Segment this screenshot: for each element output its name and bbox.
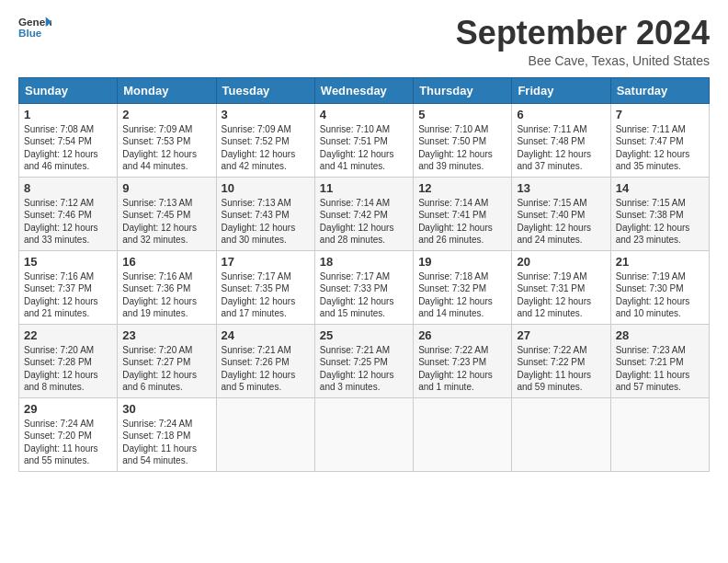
calendar-cell: 14Sunrise: 7:15 AMSunset: 7:38 PMDayligh…	[610, 177, 709, 250]
weekday-header-tuesday: Tuesday	[216, 77, 314, 103]
day-number: 11	[320, 181, 408, 195]
day-info: Sunrise: 7:13 AMSunset: 7:45 PMDaylight:…	[122, 197, 210, 247]
day-number: 28	[616, 328, 704, 342]
weekday-header-sunday: Sunday	[19, 77, 118, 103]
calendar-week-row: 22Sunrise: 7:20 AMSunset: 7:28 PMDayligh…	[19, 324, 710, 397]
day-info: Sunrise: 7:09 AMSunset: 7:52 PMDaylight:…	[222, 123, 310, 173]
day-info: Sunrise: 7:11 AMSunset: 7:47 PMDaylight:…	[616, 123, 704, 173]
calendar-cell: 1Sunrise: 7:08 AMSunset: 7:54 PMDaylight…	[19, 103, 118, 177]
title-section: September 2024 Bee Cave, Texas, United S…	[456, 15, 710, 68]
day-info: Sunrise: 7:20 AMSunset: 7:27 PMDaylight:…	[122, 344, 210, 394]
day-info: Sunrise: 7:18 AMSunset: 7:32 PMDaylight:…	[418, 270, 506, 320]
calendar-cell: 27Sunrise: 7:22 AMSunset: 7:22 PMDayligh…	[512, 324, 610, 397]
day-info: Sunrise: 7:24 AMSunset: 7:18 PMDaylight:…	[122, 418, 210, 467]
day-number: 4	[320, 108, 408, 121]
day-number: 5	[418, 108, 506, 121]
calendar-cell: 5Sunrise: 7:10 AMSunset: 7:50 PMDaylight…	[414, 103, 512, 177]
weekday-header-row: SundayMondayTuesdayWednesdayThursdayFrid…	[19, 77, 710, 103]
day-info: Sunrise: 7:23 AMSunset: 7:21 PMDaylight:…	[616, 344, 704, 394]
calendar-cell: 23Sunrise: 7:20 AMSunset: 7:27 PMDayligh…	[118, 324, 216, 397]
calendar-cell: 16Sunrise: 7:16 AMSunset: 7:36 PMDayligh…	[118, 250, 216, 324]
day-info: Sunrise: 7:22 AMSunset: 7:22 PMDaylight:…	[517, 344, 605, 394]
weekday-header-friday: Friday	[512, 77, 610, 103]
day-info: Sunrise: 7:21 AMSunset: 7:25 PMDaylight:…	[320, 344, 408, 394]
day-number: 2	[122, 108, 210, 121]
day-info: Sunrise: 7:09 AMSunset: 7:53 PMDaylight:…	[122, 123, 210, 173]
day-number: 27	[517, 328, 605, 342]
day-info: Sunrise: 7:19 AMSunset: 7:31 PMDaylight:…	[517, 270, 605, 320]
calendar-cell: 6Sunrise: 7:11 AMSunset: 7:48 PMDaylight…	[512, 103, 610, 177]
day-number: 15	[24, 255, 112, 269]
calendar-cell	[512, 397, 610, 471]
calendar-cell: 17Sunrise: 7:17 AMSunset: 7:35 PMDayligh…	[216, 250, 314, 324]
calendar-cell	[414, 397, 512, 471]
calendar-cell: 18Sunrise: 7:17 AMSunset: 7:33 PMDayligh…	[314, 250, 413, 324]
day-info: Sunrise: 7:19 AMSunset: 7:30 PMDaylight:…	[616, 270, 704, 320]
day-number: 3	[222, 108, 310, 121]
day-info: Sunrise: 7:11 AMSunset: 7:48 PMDaylight:…	[517, 123, 605, 173]
day-number: 24	[222, 328, 310, 342]
day-number: 16	[122, 255, 210, 269]
calendar-body: 1Sunrise: 7:08 AMSunset: 7:54 PMDaylight…	[19, 103, 710, 471]
day-info: Sunrise: 7:24 AMSunset: 7:20 PMDaylight:…	[24, 418, 112, 467]
day-info: Sunrise: 7:17 AMSunset: 7:35 PMDaylight:…	[222, 270, 310, 320]
day-number: 18	[320, 255, 408, 269]
day-info: Sunrise: 7:16 AMSunset: 7:37 PMDaylight:…	[24, 270, 112, 320]
calendar-cell	[216, 397, 314, 471]
calendar-cell: 24Sunrise: 7:21 AMSunset: 7:26 PMDayligh…	[216, 324, 314, 397]
day-info: Sunrise: 7:15 AMSunset: 7:40 PMDaylight:…	[517, 197, 605, 247]
svg-text:Blue: Blue	[18, 27, 42, 39]
day-number: 30	[122, 402, 210, 416]
calendar-cell: 25Sunrise: 7:21 AMSunset: 7:25 PMDayligh…	[314, 324, 413, 397]
day-info: Sunrise: 7:13 AMSunset: 7:43 PMDaylight:…	[222, 197, 310, 247]
calendar-week-row: 8Sunrise: 7:12 AMSunset: 7:46 PMDaylight…	[19, 177, 710, 250]
day-info: Sunrise: 7:17 AMSunset: 7:33 PMDaylight:…	[320, 270, 408, 320]
logo-icon: General Blue	[18, 15, 51, 40]
day-info: Sunrise: 7:10 AMSunset: 7:51 PMDaylight:…	[320, 123, 408, 173]
calendar-cell	[314, 397, 413, 471]
day-number: 6	[517, 108, 605, 121]
day-number: 12	[418, 181, 506, 195]
calendar-cell: 29Sunrise: 7:24 AMSunset: 7:20 PMDayligh…	[19, 397, 118, 471]
page-header: General Blue September 2024 Bee Cave, Te…	[18, 15, 710, 68]
day-number: 29	[24, 402, 112, 416]
day-number: 1	[24, 108, 112, 121]
calendar-week-row: 1Sunrise: 7:08 AMSunset: 7:54 PMDaylight…	[19, 103, 710, 177]
calendar-cell: 28Sunrise: 7:23 AMSunset: 7:21 PMDayligh…	[610, 324, 709, 397]
day-number: 21	[616, 255, 704, 269]
calendar-cell: 9Sunrise: 7:13 AMSunset: 7:45 PMDaylight…	[118, 177, 216, 250]
location: Bee Cave, Texas, United States	[456, 53, 710, 68]
day-info: Sunrise: 7:12 AMSunset: 7:46 PMDaylight:…	[24, 197, 112, 247]
day-number: 7	[616, 108, 704, 121]
day-info: Sunrise: 7:15 AMSunset: 7:38 PMDaylight:…	[616, 197, 704, 247]
calendar-cell: 2Sunrise: 7:09 AMSunset: 7:53 PMDaylight…	[118, 103, 216, 177]
calendar-cell: 15Sunrise: 7:16 AMSunset: 7:37 PMDayligh…	[19, 250, 118, 324]
calendar-cell: 30Sunrise: 7:24 AMSunset: 7:18 PMDayligh…	[118, 397, 216, 471]
logo: General Blue	[18, 15, 51, 40]
calendar-cell: 26Sunrise: 7:22 AMSunset: 7:23 PMDayligh…	[414, 324, 512, 397]
day-number: 8	[24, 181, 112, 195]
calendar-cell: 22Sunrise: 7:20 AMSunset: 7:28 PMDayligh…	[19, 324, 118, 397]
month-title: September 2024	[456, 15, 710, 52]
day-number: 22	[24, 328, 112, 342]
calendar-cell: 3Sunrise: 7:09 AMSunset: 7:52 PMDaylight…	[216, 103, 314, 177]
day-info: Sunrise: 7:16 AMSunset: 7:36 PMDaylight:…	[122, 270, 210, 320]
day-number: 23	[122, 328, 210, 342]
day-number: 25	[320, 328, 408, 342]
calendar-cell: 11Sunrise: 7:14 AMSunset: 7:42 PMDayligh…	[314, 177, 413, 250]
calendar: SundayMondayTuesdayWednesdayThursdayFrid…	[18, 77, 710, 472]
weekday-header-thursday: Thursday	[414, 77, 512, 103]
weekday-header-saturday: Saturday	[610, 77, 709, 103]
calendar-cell: 10Sunrise: 7:13 AMSunset: 7:43 PMDayligh…	[216, 177, 314, 250]
day-info: Sunrise: 7:14 AMSunset: 7:41 PMDaylight:…	[418, 197, 506, 247]
day-info: Sunrise: 7:22 AMSunset: 7:23 PMDaylight:…	[418, 344, 506, 394]
calendar-cell: 20Sunrise: 7:19 AMSunset: 7:31 PMDayligh…	[512, 250, 610, 324]
day-info: Sunrise: 7:21 AMSunset: 7:26 PMDaylight:…	[222, 344, 310, 394]
calendar-week-row: 29Sunrise: 7:24 AMSunset: 7:20 PMDayligh…	[19, 397, 710, 471]
day-info: Sunrise: 7:10 AMSunset: 7:50 PMDaylight:…	[418, 123, 506, 173]
day-number: 17	[222, 255, 310, 269]
weekday-header-wednesday: Wednesday	[314, 77, 413, 103]
day-number: 20	[517, 255, 605, 269]
calendar-cell: 21Sunrise: 7:19 AMSunset: 7:30 PMDayligh…	[610, 250, 709, 324]
day-number: 14	[616, 181, 704, 195]
